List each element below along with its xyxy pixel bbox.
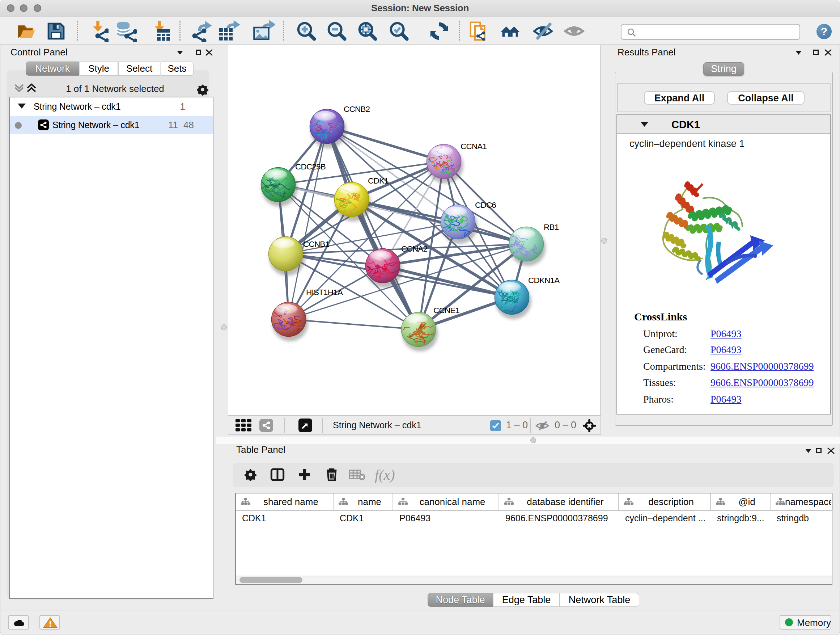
svg-text:CCNB1: CCNB1 <box>303 240 330 249</box>
svg-text:CCNA1: CCNA1 <box>461 142 487 151</box>
svg-text:CCNB2: CCNB2 <box>344 105 370 114</box>
svg-text:CCNE1: CCNE1 <box>433 306 460 315</box>
svg-text:CDKN1A: CDKN1A <box>528 276 560 285</box>
svg-text:RB1: RB1 <box>544 223 559 232</box>
svg-text:CCNA2: CCNA2 <box>401 244 428 253</box>
svg-text:HIST1H1A: HIST1H1A <box>306 288 343 297</box>
svg-text:CDC25B: CDC25B <box>295 162 325 171</box>
svg-text:CDC6: CDC6 <box>475 201 496 210</box>
svg-text:CDK1: CDK1 <box>368 176 388 185</box>
